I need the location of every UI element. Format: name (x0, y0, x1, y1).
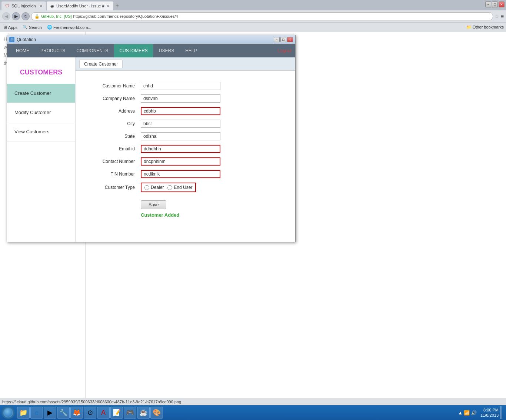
dealer-label: Dealer (151, 185, 164, 190)
new-tab-button[interactable]: + (114, 3, 120, 9)
bookmark-apps[interactable]: ⊞ Apps (2, 24, 19, 30)
app-maximize-button[interactable]: □ (280, 37, 286, 42)
tin-label: TIN Number (90, 171, 135, 177)
company-name-input[interactable] (141, 94, 220, 103)
ssl-icon: 🔒 (34, 14, 40, 19)
app-close-button[interactable]: ✕ (287, 37, 293, 42)
other-bookmarks[interactable]: 📁 Other bookmarks (466, 25, 504, 30)
taskbar-app-paint[interactable]: 🎨 (150, 407, 163, 419)
nav-components[interactable]: COMPONENTS (71, 44, 113, 57)
company-name-row: Company Name (90, 94, 280, 103)
browser-minimize-button[interactable]: − (485, 1, 491, 7)
taskbar-app-firefox[interactable]: 🦊 (70, 407, 83, 419)
nav-home[interactable]: HOME (11, 44, 34, 57)
sidebar-item-create-customer[interactable]: Create Customer (7, 84, 75, 103)
taskbar-app-explorer[interactable]: 📁 (17, 407, 30, 419)
browser-tab-1[interactable]: 🛡 SQL Injection ✕ (1, 1, 46, 10)
acrobat-icon: A (101, 409, 106, 417)
bookmarks-bar: ⊞ Apps 🔍 Search 🌐 Freshersworld.com... 📁… (0, 22, 506, 32)
nav-users[interactable]: USERS (154, 44, 179, 57)
bookmark-star-button[interactable]: ☆ (495, 13, 499, 19)
save-button[interactable]: Save (141, 200, 166, 209)
taskbar-app-chrome[interactable]: ⊙ (84, 407, 96, 419)
clock-date: 11/8/2013 (480, 413, 499, 418)
company-name-label: Company Name (90, 96, 135, 101)
enduser-option[interactable]: End User (167, 185, 192, 190)
tray-network-icon[interactable]: 📶 (464, 410, 470, 416)
browser-tab-2[interactable]: ◉ User:Modify User · Issue # ✕ (47, 1, 113, 10)
address-bar-row: ◀ ▶ ↻ 🔒 GitHub, Inc. [US] https://github… (0, 10, 506, 22)
sidebar: CUSTOMERS Create Customer Modify Custome… (7, 57, 76, 242)
app-titlebar-icon: Q (9, 37, 14, 42)
enduser-label: End User (174, 185, 192, 190)
bookmark-search[interactable]: 🔍 Search (21, 24, 43, 30)
email-input[interactable] (141, 145, 220, 153)
app-title: Quotation (17, 37, 274, 42)
save-row: Save (90, 197, 280, 209)
app-minimize-button[interactable]: − (274, 37, 280, 42)
customer-type-radio-group: Dealer End User (141, 183, 196, 192)
nav-help[interactable]: HELP (180, 44, 202, 57)
taskbar-app-acrobat[interactable]: A (97, 407, 110, 419)
sidebar-item-modify-customer[interactable]: Modify Customer (7, 103, 75, 122)
tab-bar: 🛡 SQL Injection ✕ ◉ User:Modify User · I… (0, 0, 506, 10)
browser-close-button[interactable]: ✕ (499, 1, 505, 7)
java-icon: ☕ (139, 409, 147, 417)
create-customer-tab[interactable]: Create Customer (79, 60, 123, 68)
bookmark-freshers[interactable]: 🌐 Freshersworld.com... (46, 24, 93, 30)
nav-products[interactable]: PRODUCTS (35, 44, 70, 57)
paint-icon: 🎨 (153, 409, 161, 417)
tin-input[interactable] (141, 170, 220, 178)
address-url: https://github.com/friends-repository/Qu… (73, 14, 178, 19)
logout-button[interactable]: Logout (278, 48, 292, 53)
tin-row: TIN Number (90, 170, 280, 178)
apps-label: Apps (8, 25, 17, 30)
taskbar: 📁 e ▶ 🔧 🦊 ⊙ A 📝 🎮 ☕ 🎨 ▲ 📶 🔊 8:00 PM 11/8 (0, 405, 506, 420)
chrome-icon: ⊙ (87, 409, 93, 417)
state-input[interactable] (141, 132, 220, 140)
contact-input[interactable] (141, 157, 220, 166)
office-icon: 📝 (113, 409, 121, 417)
address-bar[interactable]: 🔒 GitHub, Inc. [US] https://github.com/f… (31, 12, 493, 20)
tab2-close-icon[interactable]: ✕ (107, 4, 110, 8)
refresh-button[interactable]: ↻ (21, 12, 30, 20)
taskbar-app-ie[interactable]: e (30, 407, 43, 419)
app-titlebar: Q Quotation − □ ✕ (7, 35, 295, 44)
dealer-radio[interactable] (144, 185, 149, 190)
city-input[interactable] (141, 120, 220, 128)
game-icon: 🎮 (126, 409, 134, 417)
customer-name-input[interactable] (141, 82, 220, 90)
taskbar-app-office[interactable]: 📝 (110, 407, 123, 419)
start-button-orb (3, 408, 13, 417)
browser-maximize-button[interactable]: □ (492, 1, 498, 7)
create-customer-form: Customer Name Company Name Address (76, 71, 295, 229)
tray-arrow-icon[interactable]: ▲ (458, 410, 463, 416)
address-input[interactable] (141, 107, 220, 115)
city-row: City (90, 120, 280, 128)
taskbar-app-tools[interactable]: 🔧 (57, 407, 70, 419)
firefox-icon: 🦊 (73, 409, 81, 417)
dealer-option[interactable]: Dealer (144, 185, 164, 190)
tray-speaker-icon[interactable]: 🔊 (471, 410, 477, 416)
taskbar-app-java[interactable]: ☕ (137, 407, 150, 419)
tab1-icon: 🛡 (5, 4, 9, 8)
taskbar-clock[interactable]: 8:00 PM 11/8/2013 (480, 407, 499, 418)
address-label: Address (90, 109, 135, 114)
browser-menu-button[interactable]: ≡ (501, 13, 504, 19)
contact-label: Contact Number (90, 159, 135, 164)
tab1-close-icon[interactable]: ✕ (39, 4, 42, 8)
forward-button[interactable]: ▶ (12, 12, 20, 20)
ie-icon: e (35, 409, 39, 417)
back-button[interactable]: ◀ (2, 12, 10, 20)
nav-customers[interactable]: CUSTOMERS (114, 44, 153, 57)
customer-name-row: Customer Name (90, 82, 280, 90)
start-button[interactable] (1, 406, 15, 419)
sidebar-item-view-customers[interactable]: View Customers (7, 122, 75, 141)
taskbar-app-media[interactable]: ▶ (44, 407, 56, 419)
status-url: https://f.cloud.github.com/assets/295993… (2, 400, 181, 404)
tab2-icon: ◉ (50, 4, 54, 9)
city-label: City (90, 121, 135, 126)
enduser-radio[interactable] (167, 185, 172, 190)
show-desktop-button[interactable] (500, 406, 502, 419)
taskbar-app-game[interactable]: 🎮 (124, 407, 136, 419)
